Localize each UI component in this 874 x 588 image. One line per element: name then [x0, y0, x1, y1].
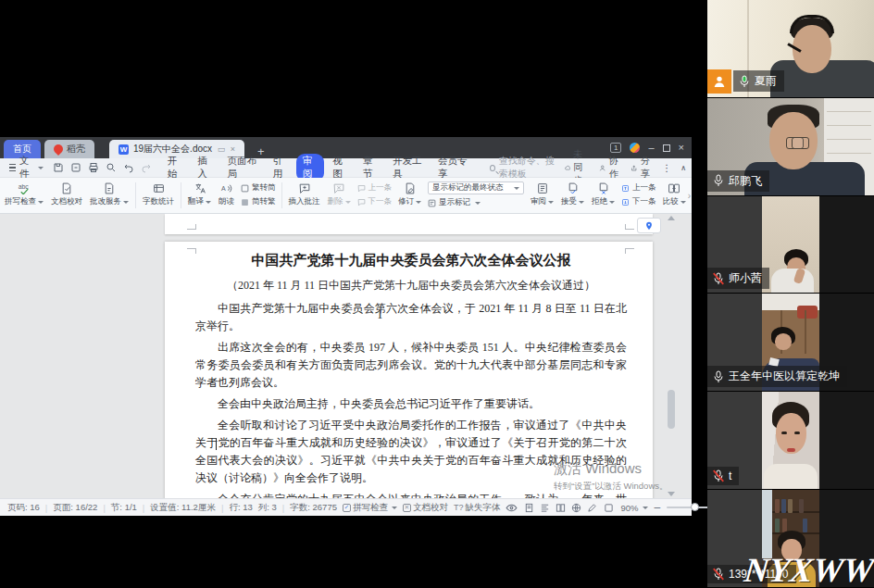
word-count-icon [152, 182, 166, 194]
status-setting: 设置值: 11.2厘米 [150, 502, 216, 514]
search-placeholder: 查找命令、搜索模板 [499, 155, 563, 181]
show-markup-icon [428, 199, 436, 207]
video-tile-wangquannian[interactable]: 王全年中医以算定乾坤 [707, 294, 874, 392]
simp-to-trad-button[interactable]: 简转繁 [241, 196, 276, 207]
accept-button[interactable]: 接受 [560, 182, 585, 207]
nav-pin-button[interactable] [637, 218, 661, 233]
reject-button[interactable]: 拒绝 [591, 182, 616, 207]
collaborate-button[interactable]: 协作 [599, 155, 621, 181]
participant-name: 师小茜 [729, 270, 762, 286]
margin-mark-right [625, 248, 634, 254]
review-icon [536, 182, 549, 194]
prev-comment-button[interactable]: 上一条 [357, 182, 393, 194]
spell-check-button[interactable]: abc 拼写检查 [4, 182, 44, 207]
participant-video [762, 392, 819, 489]
two-page-view-icon[interactable] [556, 503, 566, 513]
video-tile-139-1190[interactable]: 139****1190 NYXWW [707, 490, 874, 588]
review-button[interactable]: 审阅 [530, 182, 555, 207]
scroll-down-arrow[interactable] [668, 492, 675, 496]
compare-button[interactable]: 比较 [662, 182, 687, 207]
command-search-input[interactable]: 查找命令、搜索模板 [490, 155, 563, 181]
zoom-slider-knob[interactable] [691, 503, 699, 511]
close-tab-icon[interactable]: × [231, 144, 235, 154]
windows-activate-watermark: 激活 Windows 转到“设置”以激活 Windows。 [554, 460, 668, 493]
status-column: 列: 3 [258, 502, 277, 514]
edit-mode-icon[interactable] [587, 503, 597, 513]
previous-page-bottom [165, 214, 653, 234]
status-spell-check[interactable]: ✓ 拼写检查 [343, 502, 397, 514]
share-button[interactable]: 分享 [631, 155, 653, 181]
eye-protect-icon[interactable] [506, 504, 518, 512]
translate-button[interactable]: 翻译 [187, 182, 212, 207]
doc-proof-button[interactable]: 文档校对 [50, 182, 83, 207]
correction-service-button[interactable]: 批改服务 [89, 182, 130, 207]
vertical-scrollbar[interactable] [667, 216, 676, 496]
web-view-icon[interactable] [571, 503, 581, 513]
page-view-icon[interactable] [524, 503, 534, 513]
location-pin-icon [644, 220, 654, 231]
print-icon[interactable] [88, 162, 99, 173]
video-tile-t[interactable]: t [707, 392, 874, 490]
next-comment-button[interactable]: 下一条 [357, 196, 393, 207]
spell-check-icon: abc [18, 182, 31, 194]
correction-service-icon [103, 182, 116, 194]
zoom-level[interactable]: 90% [620, 503, 647, 513]
insert-comment-icon [298, 182, 311, 194]
more-options-icon[interactable]: ⋮ [662, 163, 671, 173]
status-doc-proof[interactable]: ✕ 文档校对 [403, 502, 448, 514]
mic-muted-icon [713, 469, 724, 482]
people-icon [599, 163, 606, 173]
reject-icon [597, 182, 610, 194]
status-section: 节: 1/1 [111, 502, 137, 514]
document-area[interactable]: 中国共产党第十九届中央委员会第六次全体会议公报 （2021 年 11 月 11 … [0, 214, 692, 498]
read-aloud-button[interactable]: A 朗读 [218, 182, 235, 207]
status-missing-font[interactable]: T? 缺失字体 [454, 502, 501, 514]
trad-to-simp-button[interactable]: 繁转简 [241, 182, 276, 194]
delete-comment-button[interactable]: 删除 [327, 182, 352, 207]
track-changes-button[interactable]: 修订 [397, 182, 422, 207]
status-line: 行: 13 [229, 502, 252, 514]
word-count-button[interactable]: 字数统计 [142, 182, 175, 207]
video-tile-xiayu[interactable]: 夏雨 [707, 0, 874, 98]
meeting-window: 首页 稻壳 W 19届六中全会.docx ▭ × + 1 – × [0, 0, 874, 588]
prev-change-button[interactable]: 上一条 [621, 182, 656, 194]
fit-page-icon[interactable] [604, 503, 614, 513]
zoom-out-button[interactable]: – [655, 501, 661, 514]
print-preview-icon[interactable] [106, 162, 117, 173]
file-menu-label: 文件 [19, 155, 32, 181]
export-icon[interactable] [70, 162, 81, 173]
host-badge-icon [707, 69, 731, 94]
show-markup-button[interactable]: 显示标记 [428, 197, 524, 208]
insert-comment-button[interactable]: 插入批注 [288, 182, 321, 207]
ibeam-cursor: I [378, 307, 382, 322]
chevron-down-icon [38, 167, 44, 169]
participant-name: t [729, 469, 731, 482]
share-icon [631, 163, 637, 173]
doc-proof-icon [60, 182, 73, 194]
undo-icon[interactable] [123, 162, 134, 173]
markup-state-dropdown[interactable]: 显示标记的最终状态 [428, 181, 524, 194]
delete-comment-icon [332, 182, 345, 194]
next-change-icon [621, 198, 630, 206]
redo-icon[interactable] [141, 162, 152, 173]
tab-docer[interactable]: 稻壳 [44, 140, 94, 158]
save-icon[interactable] [53, 162, 64, 173]
outline-view-icon[interactable] [540, 503, 550, 513]
video-tile-qiupengfei[interactable]: 邱鹏飞 [707, 98, 874, 196]
cross-icon: ✕ [403, 504, 411, 512]
scrollbar-thumb[interactable] [668, 390, 675, 429]
doc-paragraph: 中国共产党第十九届中央委员会第六次全体会议，于 2021 年 11 月 8 日至… [195, 300, 627, 335]
pin-tab-icon[interactable]: ▭ [218, 144, 226, 154]
status-word-count[interactable]: 字数: 26775 [290, 502, 337, 514]
collapse-ribbon-icon[interactable]: ∧ [680, 164, 686, 172]
prev-change-icon [621, 184, 630, 193]
file-menu[interactable]: 文件 [6, 155, 47, 181]
text-caret [216, 438, 217, 450]
mic-on-icon [739, 75, 750, 88]
scroll-up-arrow[interactable] [668, 216, 675, 220]
margin-mark-left [187, 248, 196, 254]
video-tile-shixiaoqian[interactable]: 师小茜 [707, 196, 874, 294]
ribbon-overflow-icon[interactable]: › [688, 191, 691, 201]
next-change-button[interactable]: 下一条 [621, 196, 656, 207]
simp-to-trad-icon [241, 198, 249, 206]
